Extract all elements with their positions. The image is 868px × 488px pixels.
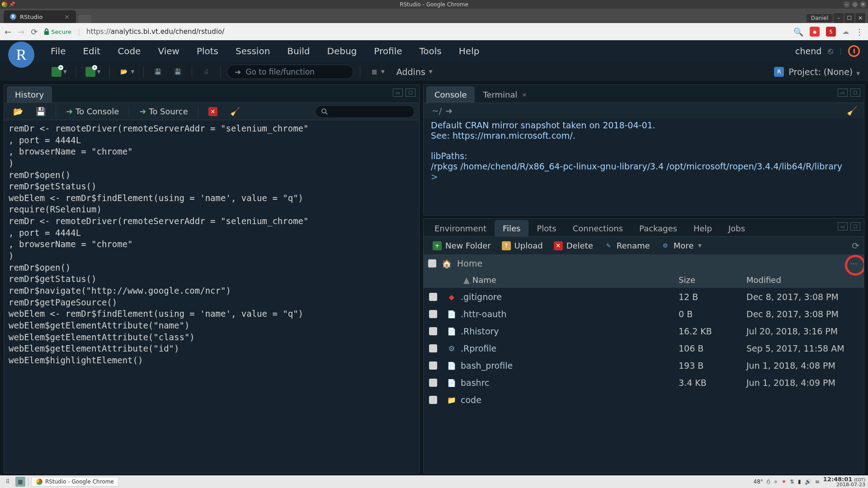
to-console-button[interactable]: ➜To Console [61,105,123,118]
chrome-minimize[interactable]: – [834,13,844,23]
browser-tab-rstudio[interactable]: R RStudio × [4,10,76,23]
chrome-maximize[interactable]: ☐ [844,13,854,23]
delete-button[interactable]: ✕Delete [549,239,598,252]
history-search-input[interactable] [315,105,415,118]
menu-help[interactable]: Help [453,43,486,59]
pane-minimize[interactable]: ▭ [393,89,403,97]
menu-profile[interactable]: Profile [368,43,408,59]
tab-files[interactable]: Files [495,220,529,236]
more-button[interactable]: ⚙More▼ [656,239,706,252]
clear-history-button[interactable]: 🧹 [226,105,245,118]
pane-maximize[interactable]: ☐ [850,89,860,97]
upload-button[interactable]: ↑Upload [497,239,547,252]
remove-entry-button[interactable]: ✕ [204,105,222,118]
select-all-checkbox[interactable] [428,259,436,267]
tab-jobs[interactable]: Jobs [720,220,753,236]
save-history-button[interactable]: 💾 [31,105,50,118]
pane-minimize[interactable]: ▭ [838,89,848,97]
file-name[interactable]: code [461,395,679,405]
battery-icon[interactable]: ▮ [798,479,801,485]
file-row[interactable]: 📄.Rhistory16.2 KBJul 20, 2018, 3:16 PM [424,323,864,340]
pane-maximize[interactable]: ☐ [406,89,415,97]
tab-terminal[interactable]: Terminal× [475,86,535,103]
new-file-button[interactable]: ▼ [49,65,70,79]
clear-console-button[interactable]: 🧹 [847,106,858,116]
extension-icon-1[interactable]: ◆ [810,27,820,37]
secure-indicator[interactable]: Secure [44,28,71,35]
breadcrumb-home[interactable]: Home [457,258,482,268]
file-name[interactable]: .Rhistory [461,326,679,336]
file-row[interactable]: ◆.gitignore12 BDec 8, 2017, 3:08 PM [424,288,864,305]
file-name[interactable]: .Rprofile [461,343,679,353]
file-name[interactable]: bashrc [461,378,679,388]
history-content[interactable]: remDr <- remoteDriver(remoteServerAddr =… [4,120,419,473]
console-output[interactable]: Default CRAN mirror snapshot taken on 20… [424,118,864,215]
file-name[interactable]: .httr-oauth [461,309,679,319]
taskbar-item-chrome[interactable]: RStudio - Google Chrome [31,477,119,487]
menu-plots[interactable]: Plots [190,43,225,59]
signout-icon[interactable]: ⎋ [828,46,833,56]
tab-help[interactable]: Help [685,220,720,236]
chrome-close[interactable]: ✕ [855,13,865,23]
tab-connections[interactable]: Connections [565,220,631,236]
grid-button[interactable]: ▦▼ [367,65,387,79]
project-selector[interactable]: Project: (None) ▼ [788,67,860,77]
print-button[interactable]: 🖨 [198,65,214,79]
file-row[interactable]: 📄.httr-oauth0 BDec 8, 2017, 3:08 PM [424,305,864,323]
network-icon[interactable]: ⇅ [790,479,794,485]
menu-edit[interactable]: Edit [76,43,107,59]
extension-icon-2[interactable]: 5 [826,27,836,37]
new-project-button[interactable]: ▼ [83,65,104,79]
tray-icon[interactable]: ✷ [782,479,786,485]
file-checkbox[interactable] [429,396,437,404]
tab-close-button[interactable]: × [64,13,70,20]
path-more-button[interactable]: ⋯ [848,258,860,268]
file-row[interactable]: 📄bash_profile193 BJun 1, 2018, 4:08 PM [424,357,864,374]
open-file-button[interactable]: 📂▼ [116,65,137,79]
extension-icon-3[interactable]: ☁ [842,28,849,36]
new-tab-button[interactable] [79,15,91,23]
col-size[interactable]: Size [679,275,746,285]
file-checkbox[interactable] [429,361,437,370]
menu-session[interactable]: Session [229,43,276,59]
load-history-button[interactable]: 📂 [9,105,28,118]
save-button[interactable]: 💾 [150,65,165,79]
goto-dir-icon[interactable]: ➜ [445,106,453,116]
chrome-menu-button[interactable]: ⋮ [855,27,863,37]
chrome-profile-label[interactable]: Daniel [807,14,833,22]
activities-button[interactable]: ⠿ [3,477,13,487]
bluetooth-icon[interactable]: ∗ [774,479,778,485]
file-checkbox[interactable] [429,310,437,318]
menu-view[interactable]: View [151,43,185,59]
menu-icon[interactable]: ≡ [815,479,820,485]
col-name[interactable]: ▲Name [461,275,679,285]
col-modified[interactable]: Modified [746,275,864,285]
file-row[interactable]: ⚙.Rprofile106 BSep 5, 2017, 11:58 AM [424,340,864,357]
to-source-button[interactable]: ➜To Source [135,105,193,118]
close-button[interactable]: ✕ [860,1,866,8]
file-name[interactable]: bash_profile [461,361,679,371]
close-icon[interactable]: × [522,91,527,98]
back-button[interactable]: ← [5,27,11,37]
menu-code[interactable]: Code [111,43,147,59]
search-icon[interactable]: 🔍 [793,27,803,37]
forward-button[interactable]: → [18,27,24,37]
home-icon[interactable]: 🏠 [442,259,452,268]
new-folder-button[interactable]: +New Folder [428,239,495,252]
file-name[interactable]: .gitignore [461,292,679,302]
file-checkbox[interactable] [429,344,437,352]
tab-packages[interactable]: Packages [631,220,685,236]
maximize-button[interactable]: ◇ [852,1,858,8]
file-row[interactable]: 📄bashrc3.4 KBJun 1, 2018, 4:09 PM [424,374,864,391]
menu-file[interactable]: File [44,43,72,59]
menu-build[interactable]: Build [281,43,316,59]
goto-file-input[interactable]: ➜ Go to file/function [227,65,354,79]
tab-environment[interactable]: Environment [426,220,495,236]
menu-debug[interactable]: Debug [321,43,363,59]
reload-button[interactable]: ⟳ [31,27,38,37]
file-checkbox[interactable] [429,327,437,335]
refresh-button[interactable]: ⟳ [852,240,859,251]
tab-history[interactable]: History [7,86,52,103]
tab-plots[interactable]: Plots [528,220,564,236]
volume-icon[interactable]: 🔊 [805,479,811,485]
